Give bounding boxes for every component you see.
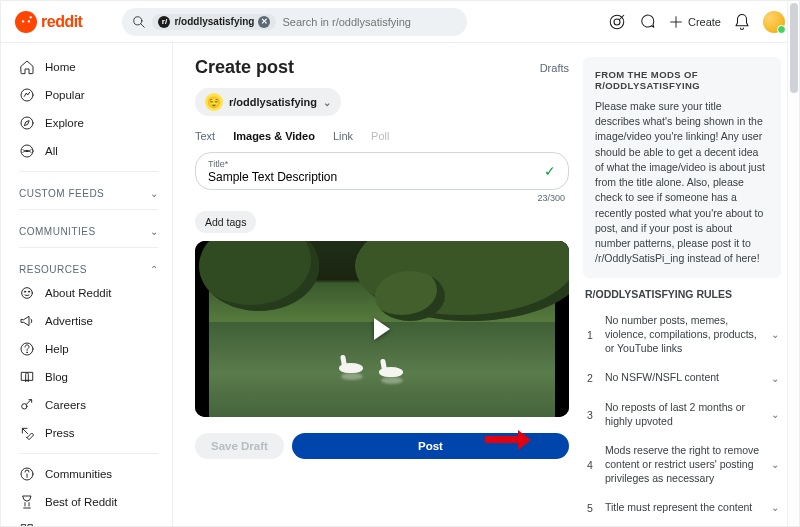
scrollbar-thumb[interactable] xyxy=(790,3,798,93)
valid-check-icon: ✓ xyxy=(544,163,556,179)
chevron-down-icon: ⌄ xyxy=(150,226,159,237)
chevron-down-icon: ⌄ xyxy=(323,97,331,108)
chevron-down-icon: ⌄ xyxy=(771,502,779,513)
rule-item[interactable]: 3No reposts of last 2 months or highly u… xyxy=(583,393,781,436)
search-icon xyxy=(132,15,146,29)
post-type-tabs: Text Images & Video Link Poll xyxy=(195,130,569,142)
nav-explore[interactable]: Explore xyxy=(11,109,166,137)
reddit-logo[interactable]: reddit xyxy=(15,11,82,33)
mods-body: Please make sure your title describes wh… xyxy=(595,99,769,266)
nav-home[interactable]: Home xyxy=(11,53,166,81)
tab-text[interactable]: Text xyxy=(195,130,215,142)
search-input[interactable] xyxy=(282,16,457,28)
section-communities[interactable]: COMMUNITIES⌄ xyxy=(11,216,166,241)
user-avatar[interactable] xyxy=(763,11,785,33)
chevron-down-icon: ⌄ xyxy=(771,459,779,470)
section-resources[interactable]: RESOURCES⌃ xyxy=(11,254,166,279)
rule-item[interactable]: 4Mods reserve the right to remove conten… xyxy=(583,436,781,493)
drafts-link[interactable]: Drafts xyxy=(540,62,569,74)
nav-help[interactable]: Help xyxy=(11,335,166,363)
notifications-icon[interactable] xyxy=(733,13,751,31)
play-icon xyxy=(374,318,390,340)
community-dot-icon: r/ xyxy=(158,16,170,28)
nav-communities[interactable]: Communities xyxy=(11,460,166,488)
nav-blog[interactable]: Blog xyxy=(11,363,166,391)
svg-point-12 xyxy=(22,288,33,299)
nav-best[interactable]: Best of Reddit xyxy=(11,488,166,516)
svg-rect-20 xyxy=(28,525,32,526)
sidebar: Home Popular Explore All CUSTOM FEEDS⌄ C… xyxy=(1,43,173,526)
community-avatar-icon: 😌 xyxy=(205,93,223,111)
nav-label: Best of Reddit xyxy=(45,496,117,508)
svg-point-11 xyxy=(21,145,33,157)
rule-item[interactable]: 1No number posts, memes, violence, compi… xyxy=(583,306,781,363)
mods-heading: FROM THE MODS OF R/ODDLYSATISFYING xyxy=(595,69,769,91)
svg-point-0 xyxy=(22,20,24,22)
nav-label: About Reddit xyxy=(45,287,112,299)
scrollbar[interactable] xyxy=(787,1,799,526)
nav-label: Advertise xyxy=(45,315,93,327)
chevron-down-icon: ⌄ xyxy=(771,329,779,340)
nav-label: All xyxy=(45,145,58,157)
tab-images-video[interactable]: Images & Video xyxy=(233,130,315,142)
tab-poll: Poll xyxy=(371,130,389,142)
nav-label: Topics xyxy=(45,524,78,526)
nav-careers[interactable]: Careers xyxy=(11,391,166,419)
svg-point-2 xyxy=(30,16,32,18)
nav-topics[interactable]: Topics xyxy=(11,516,166,526)
search-scope-chip[interactable]: r/ r/oddlysatisfying ✕ xyxy=(152,14,276,30)
svg-point-13 xyxy=(24,291,25,292)
brand-word: reddit xyxy=(41,13,82,31)
add-tags-button[interactable]: Add tags xyxy=(195,211,256,233)
chip-clear-icon[interactable]: ✕ xyxy=(258,16,270,28)
nav-label: Blog xyxy=(45,371,68,383)
page-title: Create post xyxy=(195,57,294,78)
section-custom-feeds[interactable]: CUSTOM FEEDS⌄ xyxy=(11,178,166,203)
nav-all[interactable]: All xyxy=(11,137,166,165)
nav-label: Popular xyxy=(45,89,85,101)
svg-point-10 xyxy=(21,117,33,129)
nav-label: Communities xyxy=(45,468,112,480)
rules-heading: R/ODDLYSATISFYING RULES xyxy=(583,288,781,300)
advertise-icon[interactable] xyxy=(608,13,626,31)
community-name: r/oddlysatisfying xyxy=(229,96,317,108)
nav-popular[interactable]: Popular xyxy=(11,81,166,109)
title-input[interactable] xyxy=(208,169,521,185)
nav-about[interactable]: About Reddit xyxy=(11,279,166,307)
title-field[interactable]: Title* ✓ xyxy=(195,152,569,190)
svg-point-1 xyxy=(28,20,30,22)
nav-label: Home xyxy=(45,61,76,73)
rule-item[interactable]: 5Title must represent the content⌄ xyxy=(583,493,781,523)
tab-link[interactable]: Link xyxy=(333,130,353,142)
chat-icon[interactable] xyxy=(638,13,656,31)
title-counter: 23/300 xyxy=(195,193,565,203)
create-button[interactable]: Create xyxy=(668,14,721,30)
chevron-down-icon: ⌄ xyxy=(771,373,779,384)
svg-point-9 xyxy=(21,89,33,101)
nav-press[interactable]: Press xyxy=(11,419,166,447)
title-label: Title* xyxy=(208,159,556,169)
save-draft-button[interactable]: Save Draft xyxy=(195,433,284,459)
rules-list: R/ODDLYSATISFYING RULES 1No number posts… xyxy=(583,288,781,526)
svg-line-4 xyxy=(141,23,145,27)
rule-item[interactable]: 2No NSFW/NSFL content⌄ xyxy=(583,363,781,393)
reddit-mark-icon xyxy=(15,11,37,33)
annotation-arrow xyxy=(485,436,519,443)
search-chip-label: r/oddlysatisfying xyxy=(174,16,254,27)
rule-item[interactable]: 6No claiming non-OC as your own content⌄ xyxy=(583,523,781,526)
chevron-down-icon: ⌄ xyxy=(771,409,779,420)
nav-label: Careers xyxy=(45,399,86,411)
chevron-down-icon: ⌄ xyxy=(150,188,159,199)
search-bar[interactable]: r/ r/oddlysatisfying ✕ xyxy=(122,8,467,36)
community-selector[interactable]: 😌 r/oddlysatisfying ⌄ xyxy=(195,88,341,116)
nav-advertise[interactable]: Advertise xyxy=(11,307,166,335)
plus-icon xyxy=(668,14,684,30)
nav-label: Explore xyxy=(45,117,84,129)
svg-point-14 xyxy=(28,291,29,292)
svg-rect-19 xyxy=(22,525,26,526)
mods-message: FROM THE MODS OF R/ODDLYSATISFYING Pleas… xyxy=(583,57,781,278)
video-preview[interactable] xyxy=(195,241,569,417)
nav-label: Press xyxy=(45,427,74,439)
chevron-up-icon: ⌃ xyxy=(150,264,159,275)
nav-label: Help xyxy=(45,343,69,355)
